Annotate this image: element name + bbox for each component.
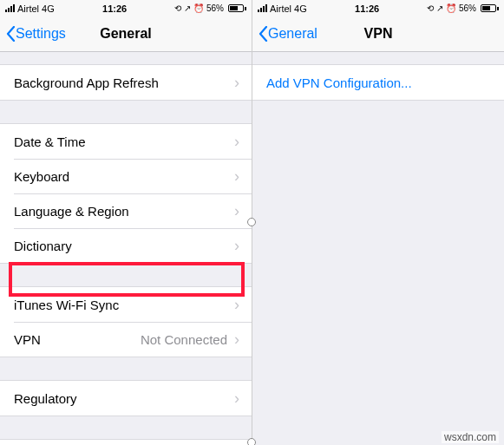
status-icons: ⟲ ↗ ⏰ (174, 3, 204, 13)
group-vpn-config: Add VPN Configuration... (252, 64, 504, 101)
selection-knob (247, 218, 256, 226)
signal-icon (258, 4, 267, 12)
row-label: Add VPN Configuration... (266, 75, 492, 90)
watermark: wsxdn.com (442, 431, 499, 443)
back-button[interactable]: Settings (5, 25, 66, 43)
nav-bar: General VPN (252, 16, 504, 52)
battery-percent: 56% (459, 3, 476, 13)
row-detail: Not Connected (141, 332, 227, 347)
row-background-app-refresh[interactable]: Background App Refresh › (0, 65, 252, 100)
group-background: Background App Refresh › (0, 64, 252, 101)
row-label: Background App Refresh (14, 75, 234, 90)
network-type: 4G (42, 3, 55, 14)
group-regulatory: Regulatory › (0, 380, 252, 416)
carrier: Airtel (270, 3, 291, 14)
row-label: iTunes Wi-Fi Sync (14, 298, 234, 312)
chevron-right-icon: › (234, 74, 239, 92)
nav-bar: Settings General (0, 16, 252, 52)
battery-icon (479, 4, 499, 12)
row-label: Regulatory (14, 391, 234, 406)
selection-knob (247, 438, 256, 445)
row-regulatory[interactable]: Regulatory › (0, 381, 252, 416)
chevron-right-icon: › (234, 202, 239, 220)
row-add-vpn-configuration[interactable]: Add VPN Configuration... (252, 65, 504, 100)
status-bar: Airtel 4G 11:26 ⟲ ↗ ⏰ 56% (252, 0, 504, 16)
signal-icon (5, 4, 15, 12)
row-dictionary[interactable]: Dictionary › (0, 228, 252, 263)
chevron-right-icon: › (234, 330, 239, 349)
row-reset[interactable]: Reset › (0, 440, 252, 445)
group-sync-vpn: iTunes Wi-Fi Sync › VPN Not Connected › (0, 286, 252, 357)
screen-general: Airtel 4G 11:26 ⟲ ↗ ⏰ 56% Settings Gener… (0, 0, 252, 445)
row-label: Dictionary (14, 239, 234, 253)
group-locale: Date & Time › Keyboard › Language & Regi… (0, 123, 252, 264)
row-label: Language & Region (14, 204, 234, 219)
content: Add VPN Configuration... (252, 52, 504, 445)
chevron-right-icon: › (234, 167, 239, 186)
status-time: 11:26 (102, 3, 127, 14)
row-keyboard[interactable]: Keyboard › (0, 159, 252, 193)
back-label: General (268, 26, 317, 42)
status-icons: ⟲ ↗ ⏰ (427, 3, 456, 13)
content: Background App Refresh › Date & Time › K… (0, 52, 252, 445)
chevron-left-icon (5, 25, 16, 43)
network-type: 4G (294, 3, 307, 14)
chevron-right-icon: › (234, 133, 239, 151)
status-bar: Airtel 4G 11:26 ⟲ ↗ ⏰ 56% (0, 0, 252, 16)
chevron-left-icon (258, 25, 268, 43)
row-vpn[interactable]: VPN Not Connected › (0, 322, 252, 357)
screen-vpn: Airtel 4G 11:26 ⟲ ↗ ⏰ 56% General VPN (252, 0, 504, 445)
row-label: Date & Time (14, 134, 234, 149)
row-label: VPN (14, 332, 141, 347)
row-label: Keyboard (14, 169, 234, 184)
chevron-right-icon: › (234, 296, 239, 314)
status-time: 11:26 (355, 3, 379, 14)
row-itunes-wifi-sync[interactable]: iTunes Wi-Fi Sync › (0, 287, 252, 322)
back-button[interactable]: General (258, 25, 317, 43)
carrier: Airtel (17, 3, 39, 14)
battery-icon (226, 4, 246, 12)
row-language-region[interactable]: Language & Region › (0, 193, 252, 228)
battery-percent: 56% (206, 3, 224, 13)
chevron-right-icon: › (234, 237, 239, 255)
group-reset: Reset › Shut Down (0, 439, 252, 445)
row-date-time[interactable]: Date & Time › (0, 124, 252, 159)
back-label: Settings (16, 26, 66, 42)
chevron-right-icon: › (234, 389, 239, 408)
